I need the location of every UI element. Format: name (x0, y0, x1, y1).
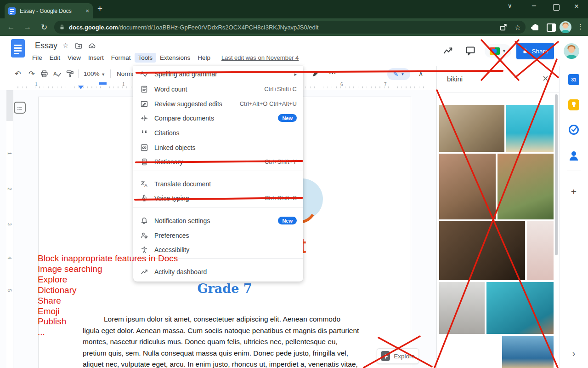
pen-icon[interactable] (311, 69, 320, 78)
tasks-icon[interactable] (569, 125, 579, 135)
image-result[interactable] (486, 282, 554, 334)
menu-item-linked-objects[interactable]: Linked objects (133, 140, 303, 155)
comment-icon[interactable] (465, 46, 476, 56)
image-result[interactable] (439, 282, 485, 334)
forward-icon[interactable]: → (19, 23, 36, 32)
reload-icon[interactable]: ↻ (36, 23, 52, 32)
menu-item-notification-settings[interactable]: Notification settings New (133, 213, 303, 228)
vruler-number: 1 (7, 152, 12, 155)
ruler-number: 1 (122, 82, 125, 87)
bell-icon (141, 217, 148, 224)
vruler-number: 4 (7, 257, 12, 259)
image-result[interactable] (439, 221, 525, 280)
menu-item-voice-typing[interactable]: Voice typing Ctrl+Shift+S (133, 191, 303, 206)
toolbar-divider (78, 69, 79, 78)
doc-star-icon[interactable]: ☆ (62, 41, 68, 50)
panel-scrollbar[interactable] (555, 94, 558, 255)
spellcheck-icon[interactable]: A (53, 70, 61, 78)
dictionary-icon (141, 158, 148, 166)
body-line: pretium quis, sem. Nulla consequat massa… (83, 348, 367, 359)
image-result[interactable] (439, 154, 496, 219)
menu-item-translate-document[interactable]: A Translate document (133, 177, 303, 191)
new-tab-icon[interactable]: + (97, 4, 102, 14)
share-page-icon[interactable] (499, 23, 507, 31)
doc-title[interactable]: Essay (35, 41, 57, 51)
menubar-insert[interactable]: Insert (85, 53, 107, 63)
menubar-help[interactable]: Help (194, 53, 214, 63)
undo-icon[interactable]: ↶ (13, 69, 23, 78)
search-tabs-icon[interactable]: ∨ (508, 2, 512, 9)
image-result[interactable] (506, 105, 554, 152)
menu-item-word-count[interactable]: Word count Ctrl+Shift+C (133, 82, 303, 97)
vertical-ruler: 1 2 3 4 5 (6, 90, 13, 368)
image-result[interactable] (439, 105, 504, 152)
paint-format-icon[interactable] (66, 70, 74, 78)
browser-tab[interactable]: Essay - Google Docs × (5, 3, 93, 18)
menu-item-compare-documents[interactable]: Compare documents New (133, 111, 303, 126)
menu-item-dictionary[interactable]: Dictionary Ctrl+Shift+Y (133, 155, 303, 169)
editing-mode-button[interactable]: ✎ ▼ (387, 68, 410, 80)
menubar-extensions[interactable]: Extensions (156, 53, 194, 63)
last-edit-link[interactable]: Last edit was on November 4 (221, 54, 299, 61)
window-maximize-icon[interactable] (553, 4, 560, 11)
cloud-saved-icon[interactable] (88, 42, 96, 50)
bookmark-star-icon[interactable]: ☆ (514, 23, 521, 32)
preferences-icon (141, 232, 148, 239)
document-outline-icon[interactable] (14, 102, 26, 114)
activity-trend-icon[interactable] (442, 46, 453, 56)
url-path: /document/d/1oaBBHz-GpFee0rVDdxRs2OCX4PC… (118, 24, 318, 31)
menubar-view[interactable]: View (64, 53, 85, 63)
contacts-icon[interactable] (568, 150, 579, 161)
translate-icon: A (141, 180, 148, 188)
indent-marker[interactable] (78, 86, 84, 89)
tab-close-icon[interactable]: × (85, 7, 89, 14)
menu-item-review-suggested-edits[interactable]: Review suggested edits Ctrl+Alt+O Ctrl+A… (133, 97, 303, 111)
hide-menus-icon[interactable]: ∧ (418, 70, 423, 77)
side-panel-icon[interactable] (547, 23, 556, 32)
meet-icon (490, 47, 500, 55)
menubar-file[interactable]: File (28, 53, 46, 63)
red-annotation-list: Block inappropriate features in Docs Ima… (38, 253, 178, 338)
browser-avatar[interactable] (560, 21, 571, 33)
rail-add-icon[interactable]: + (571, 186, 577, 197)
extensions-puzzle-icon[interactable] (531, 23, 539, 31)
menubar-edit[interactable]: Edit (46, 53, 64, 63)
menubar-format[interactable]: Format (107, 53, 135, 63)
url-bar[interactable]: docs.google.com/document/d/1oaBBHz-GpFee… (54, 21, 526, 34)
browser-menu-kebab-icon[interactable]: ⋮ (577, 23, 584, 31)
meet-button[interactable]: ▼ (485, 44, 511, 58)
toolbar-more-icon[interactable]: ⋯ (327, 69, 338, 78)
margin-marker[interactable] (99, 82, 107, 85)
docs-avatar[interactable] (564, 43, 579, 59)
citations-icon (141, 129, 148, 137)
keep-icon[interactable] (568, 99, 579, 110)
image-result[interactable] (498, 154, 554, 219)
window-close-icon[interactable]: × (574, 2, 579, 11)
menu-divider (133, 207, 303, 207)
menu-item-preferences[interactable]: Preferences (133, 228, 303, 243)
panel-close-icon[interactable]: × (543, 73, 548, 85)
calendar-icon[interactable]: 31 (568, 74, 579, 85)
annotation-line: Block inappropriate features in Docs (38, 253, 178, 264)
menubar-tools[interactable]: Tools (135, 53, 157, 63)
new-badge: New (278, 114, 297, 122)
print-icon[interactable] (40, 70, 48, 78)
share-button[interactable]: Share (516, 43, 554, 59)
annotation-line: Image searching (38, 264, 178, 275)
menu-item-spelling-and-grammar[interactable]: A Spelling and grammar ▸ (133, 66, 303, 82)
image-result[interactable] (439, 336, 500, 368)
menu-item-citations[interactable]: Citations (133, 126, 303, 140)
window-minimize-icon[interactable]: – (532, 1, 536, 10)
rail-collapse-icon[interactable]: › (572, 348, 576, 359)
docs-logo[interactable] (11, 39, 25, 58)
back-icon[interactable]: ← (3, 23, 19, 32)
image-result[interactable] (527, 221, 554, 280)
explore-button[interactable]: Explore (377, 348, 419, 364)
search-query[interactable]: bikini (447, 75, 463, 83)
annotation-line: Dictionary (38, 285, 178, 296)
zoom-select[interactable]: 100% ▼ (84, 70, 105, 77)
image-result[interactable] (502, 336, 554, 368)
microphone-icon (141, 195, 148, 202)
move-folder-icon[interactable] (75, 42, 82, 50)
redo-icon[interactable]: ↷ (27, 69, 37, 78)
